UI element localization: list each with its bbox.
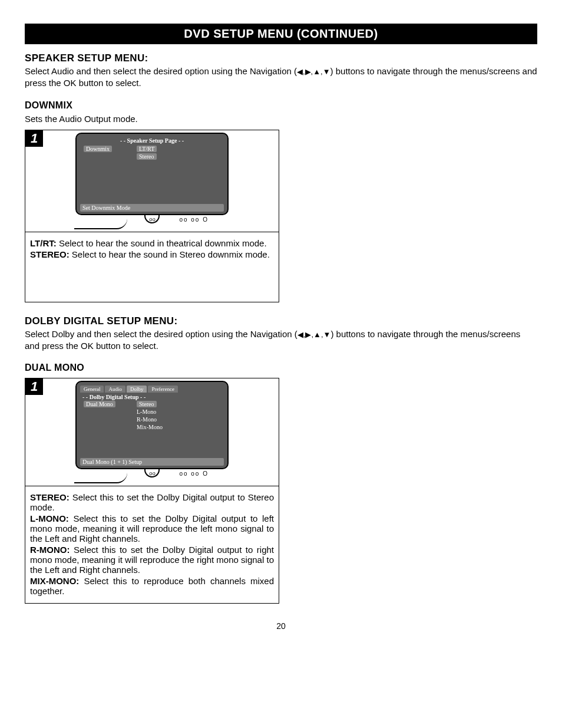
tv-screen: - - Speaker Setup Page - - Downmix LT/RT… bbox=[75, 133, 229, 215]
downmix-description: LT/RT: Select to hear the sound in theat… bbox=[25, 232, 279, 302]
downmix-intro: Sets the Audio Output mode. bbox=[25, 113, 537, 125]
menu-item-downmix: Downmix bbox=[84, 146, 112, 152]
tv-graphic: General Audio Dolby Preference - - Dolby… bbox=[25, 378, 279, 486]
speaker-setup-intro: Select Audio and then select the desired… bbox=[25, 65, 537, 90]
screen-footer: Set Downmix Mode bbox=[80, 204, 224, 212]
term-rmono: R-MONO: bbox=[30, 545, 70, 555]
menu-item-dualmono: Dual Mono bbox=[84, 401, 115, 407]
term-stereo: STEREO: bbox=[30, 249, 70, 259]
tv-neck-dots-icon: o o bbox=[149, 216, 155, 222]
term-lmono: L-MONO: bbox=[30, 513, 69, 523]
dualmono-description: STEREO: Select this to set the Dolby Dig… bbox=[25, 486, 279, 603]
speaker-setup-heading: SPEAKER SETUP MENU: bbox=[25, 52, 537, 64]
term-mixmono: MIX-MONO: bbox=[30, 576, 79, 586]
menu-option-rmono: R-Mono bbox=[133, 416, 160, 423]
desc-ltrt: Select to hear the sound in theatrical d… bbox=[57, 238, 267, 248]
tabs-row: General Audio Dolby Preference bbox=[80, 386, 224, 393]
screen-title: - - Speaker Setup Page - - bbox=[80, 137, 224, 144]
desc-stereo: Select to hear the sound in Stereo downm… bbox=[70, 249, 270, 259]
menu-option-stereo: Stereo bbox=[137, 401, 157, 407]
screen-footer: Dual Mono (1 + 1) Setup bbox=[80, 458, 224, 466]
tab-preference: Preference bbox=[148, 386, 177, 393]
step-badge: 1 bbox=[25, 130, 43, 147]
term-ltrt: LT/RT: bbox=[30, 238, 57, 248]
tab-dolby: Dolby bbox=[127, 386, 147, 393]
tv-indicator-dots-icon: oo oo O bbox=[179, 216, 209, 223]
page-title-bar: DVD SETUP MENU (CONTINUED) bbox=[25, 24, 537, 44]
dolby-setup-heading: DOLBY DIGITAL SETUP MENU: bbox=[25, 315, 537, 327]
tab-general: General bbox=[80, 386, 104, 393]
tv-base: o o oo oo O bbox=[75, 469, 229, 486]
nav-arrows-icon: ◀,▶,▲,▼ bbox=[297, 330, 331, 339]
tv-indicator-dots-icon: oo oo O bbox=[179, 470, 209, 477]
page-number: 20 bbox=[25, 621, 537, 631]
dolby-setup-intro: Select Dolby and then select the desired… bbox=[25, 328, 537, 353]
dualmono-panel: 1 General Audio Dolby Preference - - Dol… bbox=[25, 378, 279, 604]
nav-arrows-icon: ◀,▶,▲,▼ bbox=[297, 67, 330, 76]
tv-base: o o oo oo O bbox=[75, 215, 229, 232]
dualmono-heading: DUAL MONO bbox=[25, 363, 537, 373]
menu-option-stereo: Stereo bbox=[137, 153, 157, 160]
screen-title: - - Dolby Digital Setup - - bbox=[80, 394, 224, 400]
downmix-heading: DOWNMIX bbox=[25, 100, 537, 111]
menu-option-mixmono: Mix-Mono bbox=[133, 423, 166, 431]
speaker-intro-a: Select Audio and then select the desired… bbox=[25, 66, 297, 76]
menu-option-lmono: L-Mono bbox=[133, 408, 160, 416]
tv-neck-dots-icon: o o bbox=[149, 470, 155, 476]
tab-audio: Audio bbox=[105, 386, 125, 393]
downmix-panel: 1 - - Speaker Setup Page - - Downmix LT/… bbox=[25, 130, 279, 302]
tv-graphic: - - Speaker Setup Page - - Downmix LT/RT… bbox=[25, 130, 279, 232]
tv-screen: General Audio Dolby Preference - - Dolby… bbox=[75, 381, 229, 469]
dolby-intro-a: Select Dolby and then select the desired… bbox=[25, 329, 297, 339]
menu-option-ltrt: LT/RT bbox=[137, 146, 157, 152]
step-badge: 1 bbox=[25, 378, 43, 395]
term-stereo: STEREO: bbox=[30, 492, 70, 502]
